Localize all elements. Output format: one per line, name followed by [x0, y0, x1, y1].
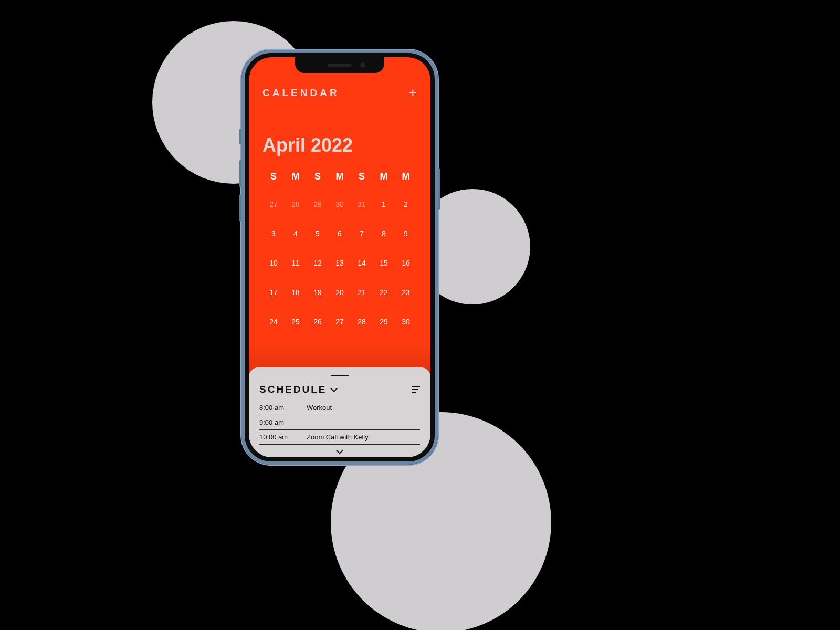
schedule-row[interactable]: 10:00 amZoom Call with Kelly: [259, 430, 420, 445]
schedule-time: 10:00 am: [259, 433, 292, 441]
date-cell[interactable]: 10: [262, 256, 285, 270]
date-cell[interactable]: 27: [329, 314, 351, 329]
date-cell[interactable]: 20: [329, 285, 351, 300]
weekday-label: M: [395, 171, 417, 182]
date-cell[interactable]: 14: [351, 256, 373, 270]
month-title: April 2022: [262, 134, 417, 156]
date-cell[interactable]: 27: [262, 197, 285, 212]
date-cell[interactable]: 28: [351, 314, 373, 329]
date-cell[interactable]: 28: [285, 197, 307, 212]
phone-silent-switch: [239, 129, 242, 144]
date-cell[interactable]: 29: [373, 314, 395, 329]
weekday-label: S: [262, 171, 285, 182]
weekday-label: M: [285, 171, 307, 182]
filter-button[interactable]: [412, 385, 420, 394]
phone-power-button: [438, 168, 440, 210]
date-cell[interactable]: 16: [395, 256, 417, 270]
date-cell[interactable]: 4: [285, 226, 307, 241]
date-cell[interactable]: 9: [395, 226, 417, 241]
weekday-label: S: [307, 171, 329, 182]
chevron-down-icon: [330, 385, 338, 392]
date-cell[interactable]: 11: [285, 256, 307, 270]
date-cell[interactable]: 23: [395, 285, 417, 300]
add-event-button[interactable]: +: [409, 85, 417, 101]
weekday-label: M: [373, 171, 395, 182]
drag-handle[interactable]: [331, 375, 349, 376]
schedule-event: Zoom Call with Kelly: [307, 433, 369, 441]
weekday-label: M: [329, 171, 351, 182]
date-cell[interactable]: 30: [329, 197, 351, 212]
date-grid: 2728293031123456789101112131415161718192…: [262, 197, 417, 329]
schedule-time: 8:00 am: [259, 404, 292, 412]
phone-frame: CALENDAR + April 2022 SMSMSMM 2728293031…: [242, 50, 438, 465]
date-cell[interactable]: 13: [329, 256, 351, 270]
date-cell[interactable]: 8: [373, 226, 395, 241]
date-cell[interactable]: 25: [285, 314, 307, 329]
date-cell[interactable]: 21: [351, 285, 373, 300]
date-cell[interactable]: 12: [307, 256, 329, 270]
weekday-label: S: [351, 171, 373, 182]
date-cell[interactable]: 19: [307, 285, 329, 300]
date-cell[interactable]: 17: [262, 285, 285, 300]
schedule-title-toggle[interactable]: SCHEDULE: [259, 384, 335, 395]
schedule-row[interactable]: 8:00 amWorkout: [259, 401, 420, 415]
date-cell[interactable]: 31: [351, 197, 373, 212]
date-cell[interactable]: 15: [373, 256, 395, 270]
expand-schedule-button[interactable]: [259, 445, 420, 453]
date-cell[interactable]: 5: [307, 226, 329, 241]
date-cell[interactable]: 7: [351, 226, 373, 241]
weekday-row: SMSMSMM: [262, 171, 417, 182]
date-cell[interactable]: 1: [373, 197, 395, 212]
app-title: CALENDAR: [262, 87, 340, 99]
schedule-panel: SCHEDULE 8:00 amWorkout9:00 am10:00 amZo…: [249, 368, 430, 457]
date-cell[interactable]: 26: [307, 314, 329, 329]
phone-screen: CALENDAR + April 2022 SMSMSMM 2728293031…: [249, 57, 430, 457]
phone-notch: [295, 57, 384, 73]
calendar-area: CALENDAR + April 2022 SMSMSMM 2728293031…: [249, 57, 430, 375]
chevron-down-icon: [336, 447, 343, 454]
date-cell[interactable]: 22: [373, 285, 395, 300]
date-cell[interactable]: 24: [262, 314, 285, 329]
schedule-title-label: SCHEDULE: [259, 384, 327, 395]
schedule-time: 9:00 am: [259, 418, 292, 426]
schedule-row[interactable]: 9:00 am: [259, 415, 420, 430]
phone-volume-up: [239, 160, 242, 187]
date-cell[interactable]: 30: [395, 314, 417, 329]
schedule-list: 8:00 amWorkout9:00 am10:00 amZoom Call w…: [259, 401, 420, 445]
date-cell[interactable]: 29: [307, 197, 329, 212]
date-cell[interactable]: 6: [329, 226, 351, 241]
schedule-event: Workout: [307, 404, 332, 412]
date-cell[interactable]: 2: [395, 197, 417, 212]
date-cell[interactable]: 3: [262, 226, 285, 241]
date-cell[interactable]: 18: [285, 285, 307, 300]
phone-volume-down: [239, 194, 242, 222]
